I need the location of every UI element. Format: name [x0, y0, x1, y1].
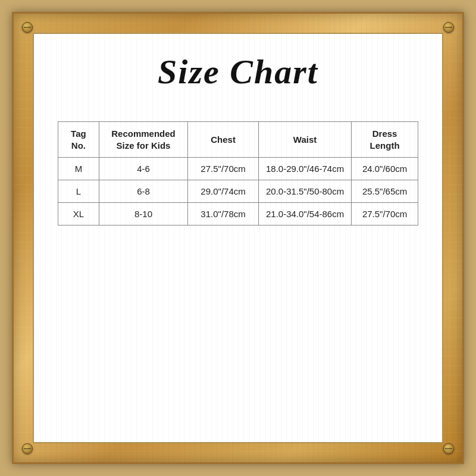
cell-tag-0: M: [58, 158, 99, 180]
header-tag-no: Tag No.: [58, 122, 99, 158]
cell-tag-1: L: [58, 180, 99, 203]
header-dress-length: Dress Length: [352, 122, 418, 158]
screw-bottom-right: [443, 443, 454, 454]
screw-bottom-left: [22, 443, 33, 454]
size-chart-table: Tag No. Recommended Size for Kids Chest …: [58, 121, 418, 226]
table-row: XL 8-10 31.0"/78cm 21.0-34.0"/54-86cm 27…: [58, 203, 418, 226]
screw-top-right: [443, 22, 454, 33]
cell-chest-2: 31.0"/78cm: [188, 203, 259, 226]
page-title: Size Chart: [158, 52, 318, 92]
header-chest: Chest: [188, 122, 259, 158]
cell-chest-1: 29.0"/74cm: [188, 180, 259, 203]
cell-waist-0: 18.0-29.0"/46-74cm: [258, 158, 351, 180]
cell-recommended-2: 8-10: [99, 203, 187, 226]
cell-dress-length-2: 27.5"/70cm: [352, 203, 418, 226]
header-recommended: Recommended Size for Kids: [99, 122, 187, 158]
cell-dress-length-0: 24.0"/60cm: [352, 158, 418, 180]
cell-chest-0: 27.5"/70cm: [188, 158, 259, 180]
cell-waist-1: 20.0-31.5"/50-80cm: [258, 180, 351, 203]
table-row: M 4-6 27.5"/70cm 18.0-29.0"/46-74cm 24.0…: [58, 158, 418, 180]
cell-waist-2: 21.0-34.0"/54-86cm: [258, 203, 351, 226]
table-row: L 6-8 29.0"/74cm 20.0-31.5"/50-80cm 25.5…: [58, 180, 418, 203]
cell-tag-2: XL: [58, 203, 99, 226]
header-waist: Waist: [258, 122, 351, 158]
screw-top-left: [22, 22, 33, 33]
cell-recommended-0: 4-6: [99, 158, 187, 180]
cell-recommended-1: 6-8: [99, 180, 187, 203]
cell-dress-length-1: 25.5"/65cm: [352, 180, 418, 203]
table-header-row: Tag No. Recommended Size for Kids Chest …: [58, 122, 418, 158]
wood-frame: Size Chart Tag No. Recommended Size for …: [12, 12, 464, 464]
content-area: Size Chart Tag No. Recommended Size for …: [33, 33, 443, 443]
